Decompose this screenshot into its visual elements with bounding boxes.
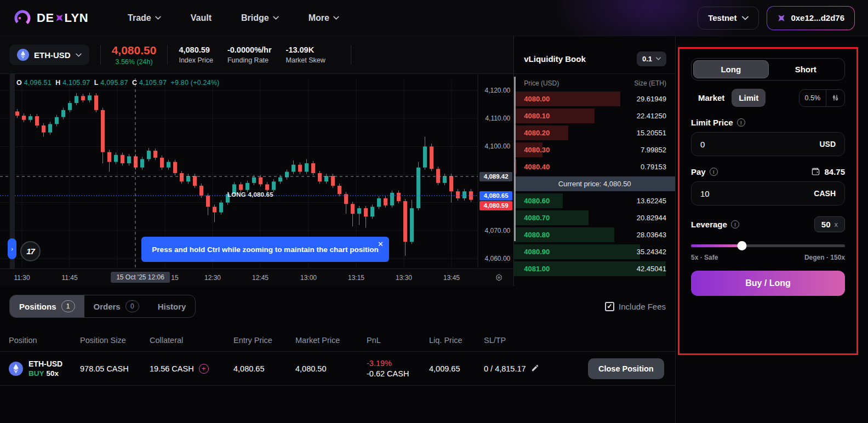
tooltip-close-icon[interactable]: ✕ xyxy=(378,240,384,248)
nav-item-bridge[interactable]: Bridge xyxy=(241,13,279,23)
position-side: BUY xyxy=(28,369,44,378)
orderbook-size: 7.99852 xyxy=(641,146,666,154)
orderbook-bid-row[interactable]: 4080.7020.82944 xyxy=(514,209,675,226)
add-collateral-icon[interactable]: + xyxy=(199,364,209,374)
time-tick-label: 12:45 xyxy=(252,274,269,282)
orderbook-ask-row[interactable]: 4080.400.79153 xyxy=(514,158,675,175)
close-position-button[interactable]: Close Position xyxy=(588,358,664,379)
long-tab[interactable]: Long xyxy=(693,60,769,78)
chevron-down-icon xyxy=(273,16,279,20)
stat-market-skew: -13.09K Market Skew xyxy=(286,45,326,64)
orderbook-ask-row[interactable]: 4080.0029.61949 xyxy=(514,90,675,107)
orderbook-bid-row[interactable]: 4080.6013.62245 xyxy=(514,192,675,209)
eth-icon xyxy=(9,362,23,376)
leverage-slider[interactable] xyxy=(691,241,845,250)
nav-item-vault[interactable]: Vault xyxy=(191,13,212,23)
price-tick-label: 4,120.00 xyxy=(485,87,511,94)
time-tick-label: 13:00 xyxy=(300,274,317,282)
short-tab[interactable]: Short xyxy=(769,60,843,78)
orderbook-size: 29.61949 xyxy=(637,95,666,103)
crosshair-price-badge: 4,089.42 xyxy=(479,172,512,181)
top-navbar: DELYN TradeVaultBridgeMore Testnet 0xe12… xyxy=(0,0,868,36)
info-icon: ! xyxy=(737,118,745,127)
positions-table-header: PositionPosition SizeCollateralEntry Pri… xyxy=(0,329,675,352)
market-price: 4,080.50 xyxy=(112,44,157,56)
chevron-down-icon xyxy=(742,16,749,20)
orderbook-size: 42.45041 xyxy=(637,265,666,273)
leverage-value-input[interactable]: 50 x xyxy=(814,216,845,232)
chevron-down-icon xyxy=(155,16,161,20)
time-tick-label: 11:45 xyxy=(61,274,77,282)
slippage-settings-icon[interactable] xyxy=(826,90,844,106)
orderbook-bid-row[interactable]: 4080.9035.24342 xyxy=(514,243,675,260)
orderbook-size: 15.20551 xyxy=(637,129,666,137)
tab-positions[interactable]: Positions 1 xyxy=(10,295,84,317)
orderbook-scrollbar[interactable] xyxy=(514,77,516,241)
limit-order-tab[interactable]: Limit xyxy=(732,89,766,107)
orderbook-price: 4080.80 xyxy=(524,231,550,239)
position-size: 978.05 CASH xyxy=(80,364,150,373)
orderbook-bid-row[interactable]: 4081.0042.45041 xyxy=(514,260,675,277)
orderbook-price: 4080.30 xyxy=(524,146,550,154)
leverage-min-label: 5x · Safe xyxy=(691,254,718,261)
orderbook-bid-row[interactable]: 4080.8028.03643 xyxy=(514,226,675,243)
position-pnl: -3.19% -0.62 CASH xyxy=(367,359,429,378)
position-row: ETH-USD BUY50x 978.05 CASH 19.56 CASH + … xyxy=(0,352,675,386)
orderbook-price: 4081.00 xyxy=(524,265,550,273)
stat-funding-rate: -0.0000%/hr Funding Rate xyxy=(227,45,272,64)
time-tick-label: 13:15 xyxy=(348,274,364,282)
edit-sltp-icon[interactable] xyxy=(531,364,539,374)
orderbook-ask-row[interactable]: 4080.1022.41250 xyxy=(514,107,675,124)
wallet-icon xyxy=(811,168,820,176)
price-tick-label: 4,070.00 xyxy=(485,227,511,235)
column-header-collateral: Collateral xyxy=(150,336,233,345)
time-tick-label: 13:30 xyxy=(396,274,412,282)
limit-price-input[interactable]: 0 USD xyxy=(691,132,845,156)
orderbook-size: 28.03643 xyxy=(637,231,666,239)
network-selector-button[interactable]: Testnet xyxy=(698,7,759,30)
position-pair: ETH-USD xyxy=(28,359,62,368)
position-sltp: 0 / 4,815.17 xyxy=(484,364,526,373)
crosshair-time-badge: 15 Oct '25 12:06 xyxy=(111,272,170,283)
long-entry-price-badge: 4,080.65 xyxy=(479,191,512,201)
buy-long-button[interactable]: Buy / Long xyxy=(691,271,845,296)
price-chart[interactable]: O 4,096.51 H 4,105.97 L 4,095.87 C 4,105… xyxy=(0,74,513,286)
mark-price-badge: 4,080.59 xyxy=(479,201,512,210)
orderbook-size: 13.62245 xyxy=(637,197,666,205)
nav-item-trade[interactable]: Trade xyxy=(128,13,161,23)
column-header-position: Position xyxy=(9,336,80,345)
chevron-down-icon xyxy=(656,57,661,60)
price-axis[interactable]: 4,120.004,110.004,100.004,070.004,060.00… xyxy=(477,74,513,268)
pair-name: ETH-USD xyxy=(34,50,71,60)
wallet-address-button[interactable]: 0xe12...d2d76 xyxy=(767,6,855,30)
pair-selector[interactable]: ETH-USD xyxy=(9,44,89,65)
slippage-value[interactable]: 0.5% xyxy=(800,90,826,106)
market-order-tab[interactable]: Market xyxy=(691,89,732,107)
orderbook-ask-row[interactable]: 4080.307.99852 xyxy=(514,141,675,158)
brand-logo[interactable]: DELYN xyxy=(13,9,88,27)
brand-x-star-icon xyxy=(55,13,64,22)
tab-orders[interactable]: Orders 0 xyxy=(84,295,149,317)
include-fees-checkbox[interactable]: ✓ xyxy=(605,302,614,311)
axis-settings-icon[interactable] xyxy=(495,273,503,286)
time-axis[interactable]: 11:3011:4512:3012:4513:0013:1513:3013:45… xyxy=(0,268,513,286)
tradingview-logo[interactable]: 17 xyxy=(20,241,41,261)
nav-item-more[interactable]: More xyxy=(309,13,339,23)
orderbook-size-col-header: Size (ETH) xyxy=(634,79,666,87)
orderbook-size: 20.82944 xyxy=(637,214,666,222)
leverage-max-label: Degen · 150x xyxy=(804,254,845,261)
time-tick-label: 12:30 xyxy=(204,274,221,282)
orderbook-ask-row[interactable]: 4080.2015.20551 xyxy=(514,124,675,141)
column-header-entry-price: Entry Price xyxy=(233,336,295,345)
price-change-24h: 3.56% (24h) xyxy=(112,58,157,66)
orderbook-price: 4080.00 xyxy=(524,95,550,103)
price-tick-label: 4,110.00 xyxy=(485,115,510,122)
column-header-liq-price: Liq. Price xyxy=(429,336,484,345)
tab-history[interactable]: History xyxy=(149,295,196,317)
toolbar-expand-handle[interactable]: › xyxy=(8,238,16,259)
include-fees-toggle[interactable]: ✓ Include Fees xyxy=(605,302,666,311)
brand-name: DELYN xyxy=(37,11,88,25)
precision-selector[interactable]: 0.1 xyxy=(637,52,666,66)
pay-amount-input[interactable]: 10 CASH xyxy=(691,181,845,205)
leverage-slider-thumb[interactable] xyxy=(737,241,746,250)
